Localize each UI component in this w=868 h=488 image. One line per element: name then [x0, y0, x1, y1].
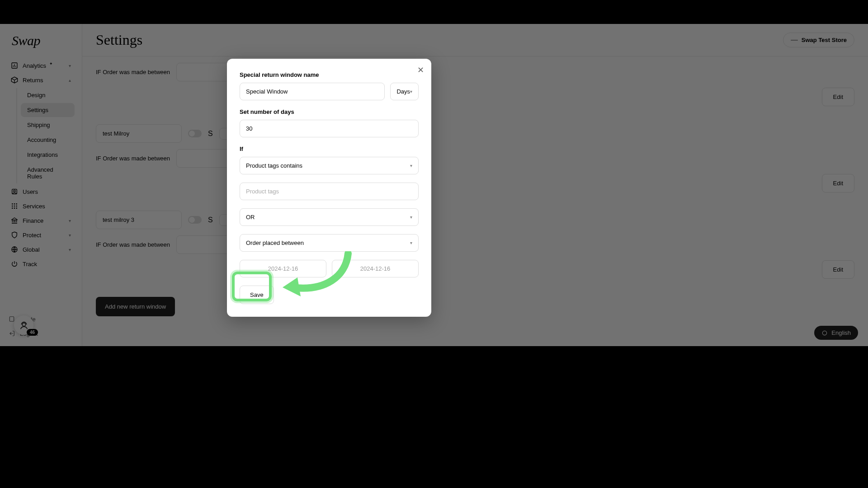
save-button[interactable]: Save	[240, 286, 274, 304]
special-return-window-modal: ✕ Special return window name Days ▾ Set …	[227, 59, 431, 317]
date-to-input[interactable]: 2024-12-16	[332, 260, 419, 277]
unit-select-value: Days	[396, 88, 410, 95]
chevron-down-icon: ▾	[410, 163, 412, 168]
chevron-down-icon: ▾	[410, 215, 412, 220]
chevron-down-icon: ▾	[410, 89, 412, 94]
modal-if-label: If	[240, 145, 419, 152]
product-tags-input[interactable]: Product tags	[240, 183, 419, 200]
modal-days-label: Set number of days	[240, 108, 419, 115]
modal-name-label: Special return window name	[240, 71, 419, 78]
logic-select[interactable]: OR ▾	[240, 208, 419, 226]
between-select[interactable]: Order placed between ▾	[240, 234, 419, 252]
window-name-input[interactable]	[240, 83, 385, 100]
logic-select-value: OR	[246, 214, 255, 221]
between-select-value: Order placed between	[246, 239, 304, 246]
condition-select[interactable]: Product tags contains ▾	[240, 157, 419, 174]
unit-select[interactable]: Days ▾	[390, 83, 419, 100]
date-from-input[interactable]: 2024-12-16	[240, 260, 326, 277]
condition-select-value: Product tags contains	[246, 162, 302, 169]
days-input[interactable]	[240, 120, 419, 137]
modal-backdrop[interactable]	[0, 24, 868, 346]
app-root: Swap Analytics ✦ ▾ Returns ▴ Design Sett…	[0, 24, 868, 346]
chevron-down-icon: ▾	[410, 240, 412, 245]
close-icon[interactable]: ✕	[417, 65, 424, 75]
